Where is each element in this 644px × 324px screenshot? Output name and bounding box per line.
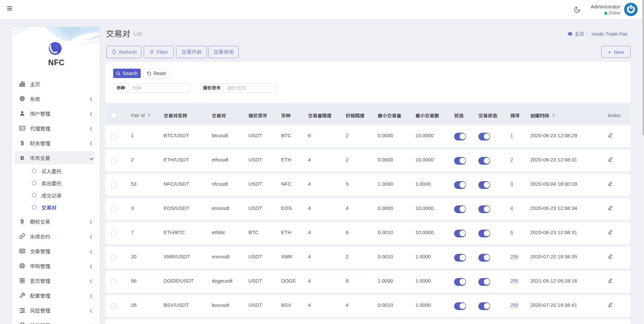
svg-text:B: B bbox=[20, 155, 24, 161]
svg-text:$: $ bbox=[21, 140, 24, 146]
svg-text:B: B bbox=[21, 218, 24, 224]
